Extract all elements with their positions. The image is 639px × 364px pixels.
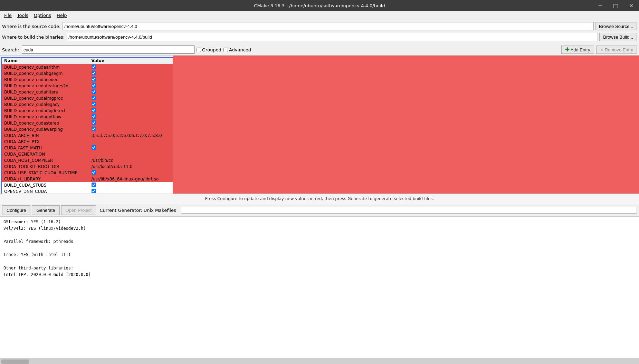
menu-tools[interactable]: Tools: [15, 12, 31, 19]
entry-value[interactable]: [89, 77, 173, 83]
entry-checkbox[interactable]: [92, 108, 96, 112]
log-line-6: [3, 258, 636, 265]
entry-value[interactable]: /usr/lib/x86_64-linux-gnu/librt.so: [89, 176, 173, 182]
entry-value[interactable]: [89, 101, 173, 108]
table-row[interactable]: BUILD_opencv_cudafilters: [2, 89, 173, 95]
source-input[interactable]: [63, 22, 594, 30]
entry-name: CUDA_FAST_MATH: [2, 145, 89, 151]
entry-value[interactable]: [89, 139, 173, 145]
advanced-checkbox[interactable]: [223, 48, 228, 52]
entry-name: CUDA_TOOLKIT_ROOT_DIR: [2, 164, 89, 170]
table-row[interactable]: CUDA_TOOLKIT_ROOT_DIR/usr/local/cuda-11.…: [2, 164, 173, 170]
table-row[interactable]: CUDA_ARCH_BIN3.5;3.7;5.0;5.2;6.0;6.1;7.0…: [2, 132, 173, 139]
bottom-buttons: Configure Generate Open Project Current …: [0, 204, 639, 216]
entry-value[interactable]: [89, 120, 173, 126]
table-row[interactable]: BUILD_opencv_cudabgsegm: [2, 70, 173, 77]
browse-build-button[interactable]: Browse Build...: [599, 33, 637, 41]
menu-help[interactable]: Help: [54, 12, 70, 19]
table-row[interactable]: CUDA_HOST_COMPILER/usr/bin/cc: [2, 157, 173, 164]
table-row[interactable]: BUILD_opencv_cudacodec: [2, 77, 173, 83]
search-label: Search:: [2, 47, 19, 52]
entry-checkbox[interactable]: [92, 189, 96, 193]
entry-value[interactable]: [89, 126, 173, 132]
entry-checkbox[interactable]: [92, 83, 96, 88]
table-row[interactable]: BUILD_opencv_cudawarping: [2, 126, 173, 132]
entry-name: CUDA_ARCH_PTX: [2, 139, 89, 145]
entry-value[interactable]: [89, 170, 173, 176]
table-row[interactable]: BUILD_opencv_cudastereo: [2, 120, 173, 126]
generate-button[interactable]: Generate: [32, 205, 59, 215]
entry-checkbox[interactable]: [92, 127, 96, 131]
entry-value[interactable]: [89, 114, 173, 120]
table-row[interactable]: BUILD_CUDA_STUBS: [2, 182, 173, 188]
toolbar: Search: Grouped Advanced ✚ Add Entry ✕ R…: [0, 44, 639, 56]
browse-source-button[interactable]: Browse Source...: [595, 22, 637, 30]
configure-button[interactable]: Configure: [2, 205, 30, 215]
scroll-thumb[interactable]: [1, 360, 29, 364]
entry-checkbox[interactable]: [92, 89, 96, 94]
table-row[interactable]: BUILD_opencv_cudaarithm: [2, 64, 173, 71]
entry-value[interactable]: [89, 64, 173, 71]
entry-value[interactable]: [89, 145, 173, 151]
entry-value[interactable]: [89, 89, 173, 95]
table-row[interactable]: BUILD_opencv_cudalegacy: [2, 101, 173, 108]
entry-value[interactable]: [89, 108, 173, 114]
entry-checkbox[interactable]: [92, 183, 96, 187]
entry-value[interactable]: [89, 83, 173, 89]
entry-checkbox[interactable]: [92, 96, 96, 100]
entry-checkbox[interactable]: [92, 170, 96, 175]
window-title: CMake 3.16.3 - /home/ubuntu/software/ope…: [0, 3, 639, 8]
entry-value[interactable]: [89, 95, 173, 101]
minimize-button[interactable]: ─: [592, 0, 608, 11]
entry-checkbox[interactable]: [92, 102, 96, 106]
table-row[interactable]: CUDA_FAST_MATH: [2, 145, 173, 151]
remove-entry-button[interactable]: ✕ Remove Entry: [596, 46, 637, 54]
advanced-label: Advanced: [229, 47, 251, 52]
advanced-checkbox-label[interactable]: Advanced: [223, 47, 251, 52]
entry-checkbox[interactable]: [92, 120, 96, 125]
menu-options[interactable]: Options: [31, 12, 54, 19]
entry-name: BUILD_opencv_cudalegacy: [2, 101, 89, 108]
build-input[interactable]: [67, 33, 598, 41]
table-row[interactable]: CUDA_ARCH_PTX: [2, 139, 173, 145]
log-line-7: Other third-party libraries:: [3, 265, 636, 272]
entry-name: BUILD_opencv_cudaobjdetect: [2, 108, 89, 114]
entry-value[interactable]: 3.5;3.7;5.0;5.2;6.0;6.1;7.0;7.5;8.0: [89, 132, 173, 139]
entry-checkbox[interactable]: [92, 145, 96, 150]
open-project-button[interactable]: Open Project: [61, 205, 96, 215]
entry-checkbox[interactable]: [92, 77, 96, 81]
table-row[interactable]: CUDA_USE_STATIC_CUDA_RUNTIME: [2, 170, 173, 176]
entry-value[interactable]: /usr/bin/cc: [89, 157, 173, 164]
table-row[interactable]: CUDA_GENERATION: [2, 151, 173, 157]
horizontal-scrollbar[interactable]: [0, 358, 639, 364]
entry-checkbox[interactable]: [92, 65, 96, 69]
add-entry-button[interactable]: ✚ Add Entry: [561, 46, 594, 54]
menu-file[interactable]: File: [1, 12, 15, 19]
grouped-checkbox-label[interactable]: Grouped: [197, 47, 221, 52]
close-button[interactable]: ✕: [623, 0, 639, 11]
grouped-checkbox[interactable]: [197, 48, 201, 52]
search-input[interactable]: [22, 46, 194, 54]
status-bar: Press Configure to update and display ne…: [0, 194, 639, 204]
left-panel: Name Value BUILD_opencv_cudaarithmBUILD_…: [0, 56, 173, 194]
table-row[interactable]: BUILD_opencv_cudaimgproc: [2, 95, 173, 101]
table-row[interactable]: BUILD_opencv_cudafeatures2d: [2, 83, 173, 89]
table-row[interactable]: OPENCV_DNN_CUDA: [2, 188, 173, 194]
table-body: BUILD_opencv_cudaarithmBUILD_opencv_cuda…: [2, 64, 173, 194]
table-row[interactable]: CUDA_rt_LIBRARY/usr/lib/x86_64-linux-gnu…: [2, 176, 173, 182]
entry-name: BUILD_opencv_cudafilters: [2, 89, 89, 95]
entry-checkbox[interactable]: [92, 71, 96, 75]
entry-name: BUILD_opencv_cudaoptflow: [2, 114, 89, 120]
entry-value[interactable]: [89, 70, 173, 77]
entry-value[interactable]: /usr/local/cuda-11.0: [89, 164, 173, 170]
table-row[interactable]: BUILD_opencv_cudaoptflow: [2, 114, 173, 120]
build-label: Where to build the binaries:: [2, 35, 65, 40]
entry-value[interactable]: [89, 182, 173, 188]
maximize-button[interactable]: □: [608, 0, 623, 11]
entry-value[interactable]: [89, 188, 173, 194]
table-row[interactable]: BUILD_opencv_cudaobjdetect: [2, 108, 173, 114]
entry-value[interactable]: [89, 151, 173, 157]
generator-label: Current Generator: Unix Makefiles: [99, 208, 176, 213]
entry-checkbox[interactable]: [92, 114, 96, 119]
table-header: Name Value: [2, 58, 173, 64]
